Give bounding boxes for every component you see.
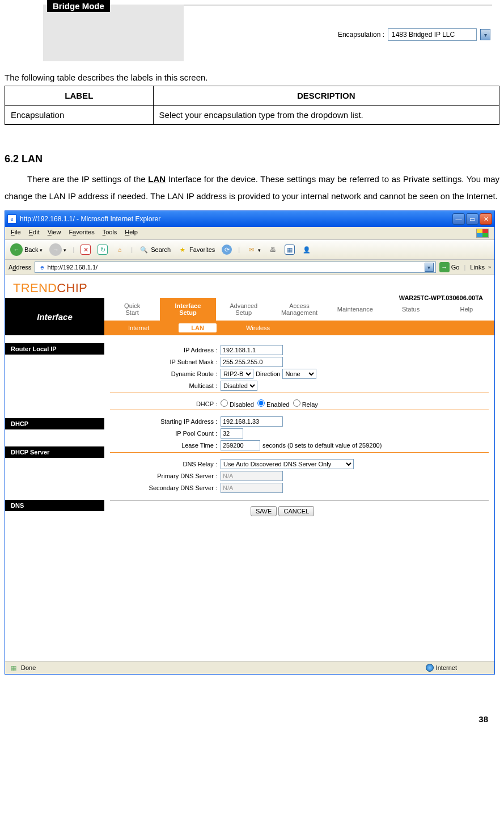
tab-access-management[interactable]: AccessManagement	[272, 298, 327, 321]
dhcp-relay-radio[interactable]: Relay	[293, 399, 318, 408]
tab-interface-setup[interactable]: InterfaceSetup	[160, 298, 215, 321]
dhcp-disabled-radio[interactable]: Disabled	[221, 399, 254, 408]
dnsrelay-select[interactable]: Use Auto Discovered DNS Server Only	[221, 459, 354, 469]
tab-maintenance[interactable]: Maintenance	[327, 298, 383, 321]
menu-favorites[interactable]: Favorites	[69, 229, 94, 238]
main-tabs: QuickStart InterfaceSetup AdvancedSetup …	[104, 298, 494, 321]
address-field[interactable]: e	[35, 262, 435, 273]
top-nav: Interface QuickStart InterfaceSetup Adva…	[5, 298, 494, 335]
form-sidebar: Router Local IP DHCP DHCP Server DNS	[5, 335, 104, 523]
page-icon: e	[37, 262, 47, 272]
nav-title: Interface	[5, 298, 104, 335]
save-button[interactable]: SAVE	[251, 506, 277, 516]
ip-input[interactable]	[221, 345, 283, 355]
page-icon: ▦	[9, 663, 19, 673]
tab-quick-start[interactable]: QuickStart	[104, 298, 160, 321]
subtab-lan[interactable]: LAN	[179, 323, 217, 332]
dropdown-icon[interactable]	[480, 29, 490, 40]
label-description-table: LABEL DESCRIPTION Encapsulation Select y…	[5, 86, 499, 125]
close-button[interactable]: ✕	[480, 213, 492, 225]
dir-label: Direction	[253, 370, 282, 377]
forward-button[interactable]: →	[48, 242, 68, 257]
search-button[interactable]: 🔍Search	[137, 243, 172, 256]
ie-logo-icon: e	[7, 214, 16, 224]
lease-input[interactable]	[221, 440, 260, 450]
address-bar: Address e →Go | Links »	[5, 260, 494, 275]
menubar: File Edit View Favorites Tools Help	[5, 227, 494, 240]
router-page: TRENDCHIP WAR25TC-WPT.030606.00TA Interf…	[5, 275, 494, 661]
subtab-internet[interactable]: Internet	[116, 323, 162, 332]
dhcp-label: DHCP :	[110, 401, 221, 407]
back-button[interactable]: ←Back	[9, 242, 44, 257]
window-title: http://192.168.1.1/ - Microsoft Internet…	[20, 215, 160, 223]
edit-button[interactable]: ▦	[283, 243, 297, 256]
statusbar: ▦ Done Internet	[5, 661, 494, 674]
para-lan-bold: LAN	[148, 174, 166, 184]
encapsulation-select[interactable]: 1483 Bridged IP LLC	[388, 28, 477, 41]
favorites-button[interactable]: ★Favorites	[176, 243, 217, 256]
startip-label: Starting IP Address :	[110, 418, 221, 425]
tab-advanced-setup[interactable]: AdvancedSetup	[216, 298, 272, 321]
ie-window: e http://192.168.1.1/ - Microsoft Intern…	[5, 210, 495, 675]
sdns-input	[221, 483, 283, 493]
print-button[interactable]: 🖶	[266, 243, 279, 256]
toolbar: ←Back → | ✕ ↻ ⌂ | 🔍Search ★Favorites ⟳ |…	[5, 240, 494, 260]
sub-tabs: Internet LAN Wireless	[104, 321, 494, 335]
maximize-button[interactable]: ▭	[466, 213, 478, 225]
pool-label: IP Pool Count :	[110, 430, 221, 437]
form-area: Router Local IP DHCP DHCP Server DNS IP …	[5, 335, 494, 523]
links-label[interactable]: Links	[470, 264, 485, 271]
windows-flag-icon	[476, 229, 489, 238]
menu-file[interactable]: File	[11, 229, 21, 238]
address-label: Address	[9, 264, 31, 271]
tab-status[interactable]: Status	[383, 298, 438, 321]
messenger-button[interactable]: 👤	[300, 243, 314, 256]
home-button[interactable]: ⌂	[113, 243, 126, 256]
section-heading: 6.2 LAN	[5, 153, 499, 165]
menu-view[interactable]: View	[48, 229, 61, 238]
lease-label: Lease Time :	[110, 442, 221, 449]
menu-edit[interactable]: Edit	[29, 229, 40, 238]
page-number: 38	[5, 709, 499, 730]
startip-input[interactable]	[221, 416, 283, 427]
tab-help[interactable]: Help	[439, 298, 494, 321]
fav-label: Favorites	[189, 246, 215, 253]
table-header-description: DESCRIPTION	[153, 86, 499, 106]
menu-tools[interactable]: Tools	[103, 229, 117, 238]
dynr-select[interactable]: RIP2-B	[221, 369, 253, 379]
refresh-button[interactable]: ↻	[96, 243, 109, 256]
encapsulation-row: Encapsulation : 1483 Bridged IP LLC	[338, 28, 490, 41]
mcast-select[interactable]: Disabled	[221, 381, 257, 391]
dir-select[interactable]: None	[282, 369, 316, 379]
history-button[interactable]: ⟳	[220, 243, 234, 256]
brand1: TREND	[13, 281, 57, 295]
table-row-label: Encapsulation	[5, 106, 154, 125]
firmware-version: WAR25TC-WPT.030606.00TA	[399, 294, 483, 301]
subtab-wireless[interactable]: Wireless	[234, 323, 282, 332]
mcast-label: Multicast :	[110, 382, 221, 389]
sidebar-dhcp: DHCP	[5, 418, 104, 429]
go-label: Go	[451, 264, 460, 271]
menu-help[interactable]: Help	[125, 229, 138, 238]
sidebar-router-local-ip: Router Local IP	[5, 343, 104, 355]
pdns-label: Primary DNS Server :	[110, 473, 221, 479]
encapsulation-value: 1483 Bridged IP LLC	[388, 31, 476, 39]
zone-text: Internet	[436, 664, 457, 671]
intro-text: The following table describes the labels…	[5, 73, 499, 82]
minimize-button[interactable]: —	[452, 213, 465, 225]
para-pre: There are the IP settings of the	[27, 174, 148, 184]
url-input[interactable]	[47, 264, 424, 271]
mask-input[interactable]	[221, 357, 283, 367]
cancel-button[interactable]: CANCEL	[278, 506, 314, 516]
go-button[interactable]: →Go	[439, 262, 460, 272]
table-row-description: Select your encapsulation type from the …	[153, 106, 499, 125]
sidebar-dhcp-server: DHCP Server	[5, 446, 104, 458]
stop-button[interactable]: ✕	[79, 243, 92, 256]
lease-note: seconds (0 sets to default value of 2592…	[260, 442, 382, 449]
mail-button[interactable]: ✉	[244, 243, 262, 256]
pool-input[interactable]	[221, 428, 243, 439]
dynr-label: Dynamic Route :	[110, 370, 221, 377]
addr-dropdown-icon[interactable]	[425, 263, 434, 272]
pdns-input	[221, 471, 283, 481]
dhcp-enabled-radio[interactable]: Enabled	[257, 399, 289, 408]
